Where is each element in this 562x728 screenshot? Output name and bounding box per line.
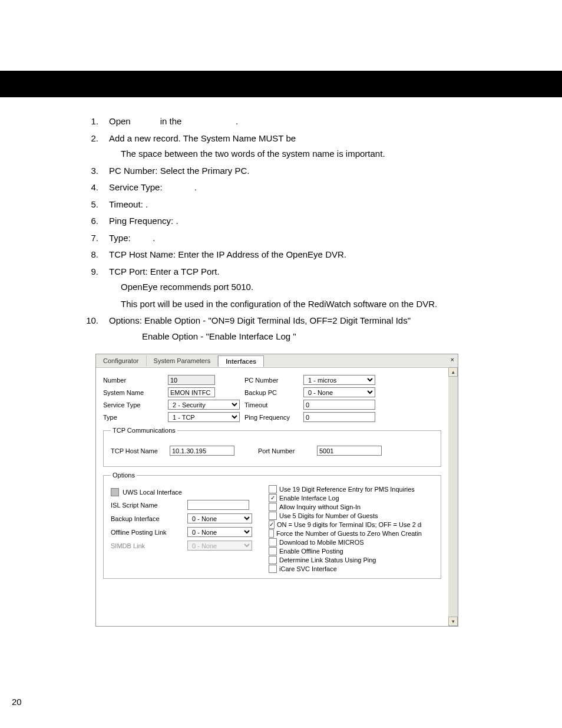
option-check-label: Use 5 Digits for Number of Guests bbox=[279, 512, 378, 519]
label-offline: Offline Posting Link bbox=[111, 529, 187, 536]
step-sub: The space between the two words of the s… bbox=[121, 147, 527, 161]
options-group: Options UWS Local Interface ISL Script N… bbox=[103, 472, 441, 579]
step-sub: This port will be used in the configurat… bbox=[121, 298, 527, 311]
step-2: 2. Add a new record. The System Name MUS… bbox=[97, 132, 527, 161]
step-text: Add a new record. The System Name MUST b… bbox=[109, 133, 296, 143]
vertical-scrollbar[interactable]: ▴ ▾ bbox=[448, 367, 458, 626]
option-check-line: Use 5 Digits for Number of Guests bbox=[269, 512, 422, 520]
option-checkbox[interactable]: ✓ bbox=[269, 521, 275, 529]
options-left: UWS Local Interface ISL Script Name Back… bbox=[111, 485, 258, 574]
service-type-select[interactable]: 2 - Security bbox=[168, 400, 240, 410]
backup-interface-select[interactable]: 0 - None bbox=[187, 513, 252, 523]
t: Service Type: bbox=[109, 182, 163, 192]
option-check-label: Force the Number of Guests to Zero When … bbox=[276, 530, 422, 537]
option-check-line: Determine Link Status Using Ping bbox=[269, 556, 422, 564]
step-text: Service Type: . bbox=[109, 182, 197, 192]
step-text: Options: Enable Option - "ON=9 Digit Ter… bbox=[109, 315, 411, 325]
tcp-legend: TCP Communications bbox=[111, 427, 177, 434]
options-flex: UWS Local Interface ISL Script Name Back… bbox=[111, 485, 434, 574]
option-check-line: Allow Inquiry without Sign-In bbox=[269, 503, 422, 511]
label-system-name: System Name bbox=[103, 389, 168, 396]
step-text: Ping Frequency: . bbox=[109, 216, 178, 226]
step-number: 10. bbox=[81, 314, 98, 328]
option-check-label: iCare SVC Interface bbox=[279, 565, 337, 572]
timeout-field[interactable] bbox=[303, 400, 375, 410]
option-checkbox[interactable] bbox=[269, 503, 277, 511]
port-number-field[interactable] bbox=[317, 446, 382, 456]
page: 1. Open in the . 2. Add a new record. Th… bbox=[0, 0, 562, 728]
step-5: 5. Timeout: . bbox=[97, 198, 527, 212]
option-check-line: ✓ON = Use 9 digits for Terminal IDs; OFF… bbox=[269, 521, 422, 529]
option-check-label: Enable Interface Log bbox=[279, 495, 339, 502]
t: . bbox=[194, 182, 197, 192]
option-checkbox[interactable] bbox=[269, 556, 277, 564]
t: . bbox=[236, 116, 238, 126]
row-number: Number PC Number 1 - micros bbox=[103, 375, 441, 385]
option-check-label: Determine Link Status Using Ping bbox=[279, 556, 376, 564]
top-spacer bbox=[0, 0, 562, 71]
offline-posting-select[interactable]: 0 - None bbox=[187, 527, 252, 537]
step-number: 2. bbox=[81, 132, 98, 146]
option-check-line: Use 19 Digit Reference Entry for PMS Inq… bbox=[269, 485, 422, 493]
label-ping-frequency: Ping Frequency bbox=[244, 414, 303, 421]
step-text: Timeout: . bbox=[109, 199, 148, 209]
step-text: TCP Port: Enter a TCP Port. bbox=[109, 266, 220, 276]
step-number: 6. bbox=[81, 215, 98, 228]
option-check-line: Download to Mobile MICROS bbox=[269, 538, 422, 546]
uws-checkbox[interactable] bbox=[111, 488, 119, 496]
label-uws: UWS Local Interface bbox=[123, 489, 182, 496]
option-check-label: Use 19 Digit Reference Entry for PMS Inq… bbox=[279, 486, 415, 493]
option-checkbox[interactable] bbox=[269, 512, 277, 520]
option-checkbox[interactable]: ✓ bbox=[269, 494, 277, 502]
pc-number-select[interactable]: 1 - micros bbox=[303, 375, 375, 385]
tcp-host-field[interactable] bbox=[170, 446, 234, 456]
row-isl: ISL Script Name bbox=[111, 500, 258, 510]
step-number: 5. bbox=[81, 198, 98, 212]
step-9: 9. TCP Port: Enter a TCP Port. OpenEye r… bbox=[97, 265, 527, 311]
option-checkbox[interactable] bbox=[269, 565, 277, 573]
row-offline: Offline Posting Link 0 - None bbox=[111, 527, 258, 537]
label-simdb: SIMDB Link bbox=[111, 542, 187, 549]
option-checkbox[interactable] bbox=[269, 529, 274, 538]
option-check-line: iCare SVC Interface bbox=[269, 565, 422, 573]
option-checkbox[interactable] bbox=[269, 547, 277, 555]
form-panel: Number PC Number 1 - micros System Name … bbox=[96, 368, 448, 626]
scroll-up-icon[interactable]: ▴ bbox=[448, 367, 458, 377]
type-select[interactable]: 1 - TCP bbox=[168, 412, 240, 422]
row-simdb: SIMDB Link 0 - None bbox=[111, 541, 258, 551]
number-field[interactable] bbox=[168, 375, 215, 385]
backup-pc-select[interactable]: 0 - None bbox=[303, 387, 375, 397]
label-port-number: Port Number bbox=[258, 447, 317, 454]
option-check-line: Force the Number of Guests to Zero When … bbox=[269, 529, 422, 538]
step-sub: OpenEye recommends port 5010. bbox=[121, 281, 527, 294]
step-sub: Enable Option - "Enable Interface Log " bbox=[142, 330, 527, 344]
tab-configurator[interactable]: Configurator bbox=[96, 355, 147, 366]
row-service-type: Service Type 2 - Security Timeout bbox=[103, 400, 441, 410]
header-black-bar bbox=[0, 71, 562, 97]
option-check-label: ON = Use 9 digits for Terminal IDs; OFF … bbox=[277, 521, 422, 528]
option-checkbox[interactable] bbox=[269, 538, 277, 546]
t: Type: bbox=[109, 233, 131, 243]
row-tcp: TCP Host Name Port Number bbox=[111, 446, 434, 456]
step-6: 6. Ping Frequency: . bbox=[97, 215, 527, 228]
step-text: TCP Host Name: Enter the IP Address of t… bbox=[109, 249, 346, 259]
content: 1. Open in the . 2. Add a new record. Th… bbox=[0, 97, 562, 627]
isl-script-field[interactable] bbox=[187, 500, 249, 510]
step-8: 8. TCP Host Name: Enter the IP Address o… bbox=[97, 248, 527, 262]
t: Open bbox=[109, 116, 131, 126]
option-check-label: Download to Mobile MICROS bbox=[279, 539, 364, 546]
step-number: 1. bbox=[81, 115, 98, 129]
ping-frequency-field[interactable] bbox=[303, 412, 375, 422]
row-uws: UWS Local Interface bbox=[111, 488, 258, 496]
options-legend: Options bbox=[111, 472, 137, 479]
step-number: 3. bbox=[81, 164, 98, 178]
label-number: Number bbox=[103, 377, 168, 384]
step-3: 3. PC Number: Select the Primary PC. bbox=[97, 164, 527, 178]
step-text: Type: . bbox=[109, 233, 155, 243]
tab-interfaces[interactable]: Interfaces bbox=[218, 355, 264, 367]
scroll-down-icon[interactable]: ▾ bbox=[448, 617, 458, 626]
tab-system-parameters[interactable]: System Parameters bbox=[147, 355, 219, 366]
close-icon[interactable]: × bbox=[451, 356, 454, 363]
system-name-field[interactable] bbox=[168, 387, 215, 397]
option-checkbox[interactable] bbox=[269, 485, 277, 493]
